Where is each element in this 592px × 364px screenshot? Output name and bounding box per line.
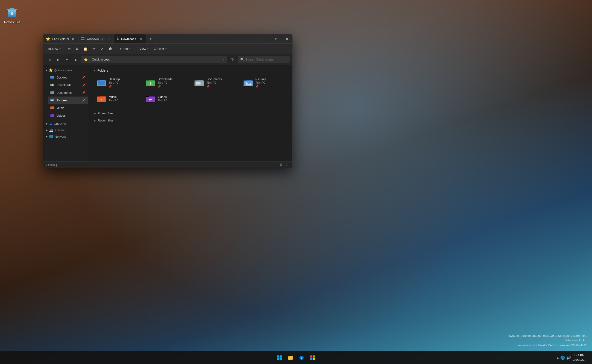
tab-windows-c-icon	[81, 37, 85, 41]
sidebar-item-pictures[interactable]: Pictures 📌	[48, 97, 88, 104]
maximize-button[interactable]: □	[271, 34, 282, 44]
more-button[interactable]: ···	[169, 46, 177, 52]
sidebar-item-desktop[interactable]: Desktop 📌	[48, 74, 88, 81]
desktop-folder-icon	[50, 75, 54, 80]
network-sys-icon[interactable]: 🌐	[560, 356, 565, 360]
svg-rect-53	[277, 358, 279, 360]
svg-rect-35	[196, 82, 201, 83]
videos-folder-icon-wrap	[145, 94, 155, 104]
up-button[interactable]: ▲	[72, 56, 79, 63]
up-arrow-icon[interactable]: ∧	[557, 356, 559, 359]
folder-item-downloads[interactable]: ⬇ Downloads This PC 📌	[143, 76, 190, 90]
sidebar: ▾ ⭐ Quick access Desktop 📌 ⬇ Downloads	[43, 65, 89, 162]
sidebar-quick-access-header[interactable]: ▾ ⭐ Quick access	[44, 67, 88, 73]
folders-section-header[interactable]: ▾ Folders	[94, 69, 288, 72]
sidebar-item-downloads[interactable]: ⬇ Downloads 📌	[48, 81, 88, 89]
recent-files-chevron-icon: ▶	[94, 119, 96, 122]
sidebar-onedrive-header[interactable]: ▶ ☁ OneDrive	[44, 121, 88, 127]
music-folder-icon	[50, 105, 54, 110]
forward-button[interactable]: ▶	[54, 56, 61, 63]
taskbar-store-icon[interactable]	[308, 353, 318, 363]
tab-downloads-close[interactable]: ✕	[139, 37, 143, 41]
share-button[interactable]: ↗	[98, 46, 106, 52]
sidebar-item-music[interactable]: Music	[48, 104, 88, 111]
list-view-toggle[interactable]: ☰	[278, 162, 283, 168]
documents-folder-name: Documents	[207, 77, 222, 81]
svg-rect-27	[98, 81, 105, 85]
pinned-files-section-header[interactable]: ▶ Pinned files	[94, 110, 288, 117]
recent-locations-button[interactable]: ▾	[63, 56, 70, 63]
toolbar-separator-1	[64, 47, 64, 51]
paste-button[interactable]: 📋	[81, 46, 90, 52]
rename-icon: ✏	[93, 47, 95, 51]
sidebar-videos-label: Videos	[56, 114, 85, 117]
tab-file-explorer[interactable]: ⭐ File Explorer ✕	[43, 34, 78, 43]
address-dropdown-icon[interactable]: ▾	[223, 58, 225, 61]
tab-windows-c[interactable]: Windows (C:) ✕	[78, 34, 114, 43]
view-toggles: ☰ ⊞	[278, 162, 289, 168]
sidebar-network-label: Network	[55, 135, 66, 138]
copy-button[interactable]: ⧉	[74, 46, 81, 52]
desktop-folder-sub: This PC	[109, 81, 120, 84]
sidebar-thispc-header[interactable]: ▶ 💻 This PC	[44, 127, 88, 133]
minimize-button[interactable]: —	[260, 34, 271, 44]
taskbar-clock[interactable]: 1:43 PM 3/9/2022	[573, 353, 585, 362]
cut-icon: ✂	[68, 47, 71, 51]
back-button[interactable]: ◀	[46, 56, 53, 63]
svg-text:⬇: ⬇	[52, 84, 53, 86]
address-path[interactable]: ⭐ › Quick access ▾	[81, 56, 227, 63]
svg-point-41	[245, 82, 247, 84]
sort-button[interactable]: ↕ Sort ▾	[117, 46, 133, 52]
paste-icon: 📋	[83, 47, 87, 51]
svg-rect-60	[313, 356, 315, 358]
documents-folder-pin: 📌	[207, 85, 222, 88]
folder-item-videos[interactable]: Videos This PC	[143, 92, 190, 105]
toolbar-separator-2	[116, 47, 116, 51]
sidebar-item-documents[interactable]: Documents 📌	[48, 89, 88, 96]
folder-item-music[interactable]: ♪ Music This PC	[94, 92, 141, 105]
documents-folder-sub: This PC	[207, 81, 222, 84]
svg-rect-21	[50, 106, 52, 107]
grid-view-toggle[interactable]: ⊞	[284, 162, 289, 168]
taskbar-edge-icon[interactable]: e	[296, 353, 307, 363]
downloads-folder-sub: This PC	[158, 81, 173, 84]
folder-item-pictures[interactable]: Pictures This PC 📌	[241, 76, 288, 90]
taskbar-file-explorer-icon[interactable]	[285, 353, 296, 363]
volume-icon[interactable]: 🔊	[566, 356, 571, 360]
pinned-files-title: Pinned files	[98, 111, 113, 115]
new-chevron-icon: ▾	[60, 48, 61, 50]
svg-rect-23	[50, 114, 52, 115]
tab-add-button[interactable]: +	[147, 35, 154, 43]
window-controls: — □ ✕	[260, 34, 292, 44]
folder-item-documents[interactable]: Documents This PC 📌	[192, 76, 239, 90]
sidebar-network-header[interactable]: ▶ 🌐 Network	[44, 134, 88, 139]
network-expand-icon: ▶	[46, 135, 48, 138]
filter-button[interactable]: ▽ Filter ▾	[151, 46, 169, 52]
recent-files-section-header[interactable]: ▶ Recent files	[94, 117, 288, 124]
downloads-folder-icon: ⬇	[50, 83, 54, 88]
start-button[interactable]	[274, 353, 284, 363]
rename-button[interactable]: ✏	[90, 46, 98, 52]
view-button[interactable]: ⊞ View ▾	[133, 46, 151, 52]
delete-button[interactable]: 🗑	[106, 46, 115, 52]
svg-rect-51	[277, 356, 279, 358]
refresh-button[interactable]: ↻	[229, 56, 236, 63]
sidebar-item-videos[interactable]: Videos	[48, 112, 88, 119]
search-input[interactable]	[246, 58, 287, 61]
recycle-bin-icon[interactable]: ♻ Recycle Bin	[2, 4, 22, 26]
tab-downloads[interactable]: ⬇ Downloads ✕	[114, 34, 146, 43]
status-separator: |	[56, 163, 57, 167]
close-button[interactable]: ✕	[282, 34, 292, 44]
network-icon: 🌐	[49, 134, 54, 139]
downloads-folder-icon-wrap: ⬇	[145, 78, 155, 88]
new-button[interactable]: ⊕ New ▾	[46, 46, 63, 52]
tab-file-explorer-close[interactable]: ✕	[71, 37, 75, 41]
folder-item-desktop[interactable]: Desktop This PC 📌	[94, 76, 141, 90]
tab-windows-c-close[interactable]: ✕	[106, 37, 111, 41]
toolbar: ⊕ New ▾ ✂ ⧉ 📋 ✏ ↗ 🗑 ↕ Sort ▾ ⊞	[43, 44, 292, 54]
documents-pin-icon: 📌	[82, 91, 85, 94]
clock-date: 3/9/2022	[573, 358, 585, 362]
title-bar: ⭐ File Explorer ✕ Windows (C:) ✕ ⬇ Downl…	[43, 34, 292, 44]
svg-rect-17	[50, 99, 52, 99]
cut-button[interactable]: ✂	[66, 46, 73, 52]
